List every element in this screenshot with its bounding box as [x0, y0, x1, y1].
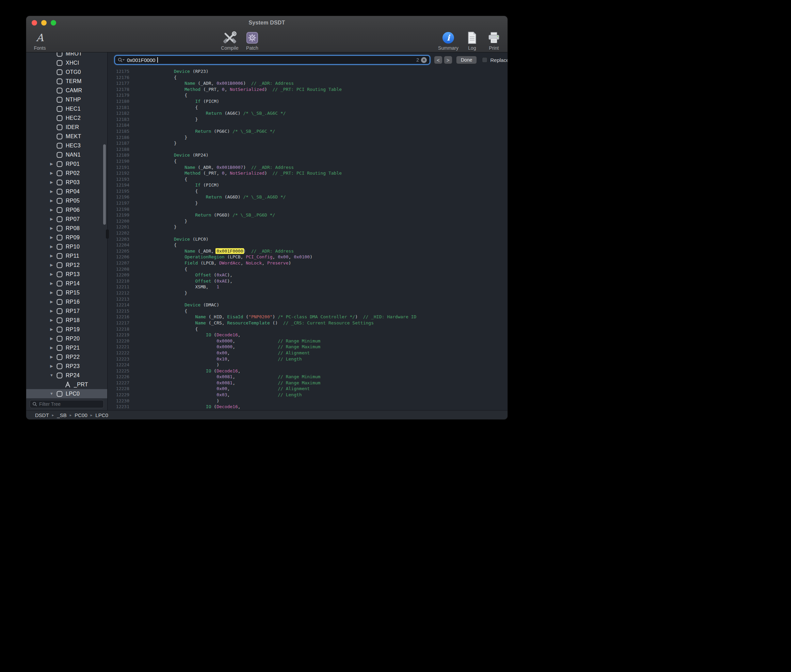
- sidebar-item-label: RP07: [66, 216, 80, 222]
- zoom-window-button[interactable]: [51, 20, 56, 26]
- breadcrumb-item-lpc0[interactable]: LPC0: [95, 412, 108, 418]
- line-number: 12214: [107, 302, 129, 308]
- compile-button[interactable]: Compile: [221, 30, 238, 51]
- patch-button[interactable]: Patch: [243, 30, 261, 51]
- sidebar-item-nan1[interactable]: NAN1: [26, 150, 107, 159]
- sidebar-item-rp18[interactable]: ▶RP18: [26, 315, 107, 325]
- sidebar-item-rp22[interactable]: ▶RP22: [26, 352, 107, 362]
- replace-checkbox[interactable]: [482, 57, 487, 62]
- disclosure-triangle[interactable]: ▶: [49, 199, 54, 203]
- next-match-button[interactable]: >: [444, 56, 452, 64]
- sidebar-item-rp12[interactable]: ▶RP12: [26, 261, 107, 270]
- device-icon: [56, 280, 63, 287]
- sidebar-item-term[interactable]: TERM: [26, 77, 107, 86]
- done-button[interactable]: Done: [456, 56, 477, 64]
- code-text: Offset (0xAC),: [129, 272, 232, 278]
- code-editor[interactable]: 12175 Device (RP23)12176 {12177 Name (_A…: [107, 67, 508, 410]
- disclosure-triangle[interactable]: ▶: [49, 282, 54, 285]
- disclosure-triangle[interactable]: ▶: [49, 181, 54, 184]
- sidebar-item-rp07[interactable]: ▶RP07: [26, 214, 107, 224]
- titlebar[interactable]: System DSDT: [26, 16, 508, 30]
- sidebar-scrollbar[interactable]: [103, 144, 106, 225]
- disclosure-triangle[interactable]: ▶: [49, 364, 54, 368]
- disclosure-triangle[interactable]: ▶: [49, 300, 54, 304]
- sidebar-item-rp10[interactable]: ▶RP10: [26, 242, 107, 251]
- sidebar-item-ider[interactable]: IDER: [26, 123, 107, 132]
- disclosure-triangle[interactable]: ▶: [49, 254, 54, 258]
- disclosure-triangle[interactable]: ▶: [49, 190, 54, 194]
- disclosure-triangle[interactable]: ▶: [49, 318, 54, 322]
- disclosure-triangle[interactable]: ▼: [49, 373, 54, 377]
- filter-tree-field[interactable]: [30, 400, 104, 408]
- sidebar-item-rp19[interactable]: ▶RP19: [26, 325, 107, 334]
- sidebar-item-rp14[interactable]: ▶RP14: [26, 279, 107, 288]
- clear-search-icon[interactable]: ✕: [421, 57, 427, 63]
- sidebar-item-rp16[interactable]: ▶RP16: [26, 297, 107, 306]
- minimize-window-button[interactable]: [41, 20, 46, 26]
- disclosure-triangle[interactable]: ▶: [49, 171, 54, 175]
- sidebar-item-hec2[interactable]: HEC2: [26, 114, 107, 123]
- sidebar-item-rp23[interactable]: ▶RP23: [26, 362, 107, 371]
- disclosure-triangle[interactable]: ▶: [49, 217, 54, 221]
- breadcrumb-item-pc00[interactable]: PC00: [75, 412, 88, 418]
- sidebar-item-nthp[interactable]: NTHP: [26, 95, 107, 104]
- fonts-button[interactable]: A Fonts: [31, 30, 49, 51]
- disclosure-triangle[interactable]: ▶: [49, 272, 54, 276]
- sidebar-item-rp17[interactable]: ▶RP17: [26, 306, 107, 315]
- device-icon: [56, 59, 63, 66]
- disclosure-triangle[interactable]: ▶: [49, 235, 54, 239]
- sidebar-item-rp03[interactable]: ▶RP03: [26, 178, 107, 187]
- disclosure-triangle[interactable]: ▶: [49, 355, 54, 359]
- device-icon: [56, 363, 63, 370]
- summary-button[interactable]: i Summary: [438, 30, 459, 51]
- close-window-button[interactable]: [32, 20, 37, 26]
- disclosure-triangle[interactable]: ▶: [49, 245, 54, 248]
- code-text: [129, 230, 142, 236]
- sidebar-item-rp08[interactable]: ▶RP08: [26, 224, 107, 233]
- previous-match-button[interactable]: <: [434, 56, 443, 64]
- sidebar-item-rp15[interactable]: ▶RP15: [26, 288, 107, 297]
- sidebar-item-rp01[interactable]: ▶RP01: [26, 159, 107, 168]
- sidebar-item-_prt[interactable]: _PRT: [26, 380, 107, 389]
- disclosure-triangle[interactable]: ▶: [49, 226, 54, 230]
- line-number: 12183: [107, 117, 129, 123]
- device-icon: [56, 142, 63, 149]
- sidebar-item-label: MROT: [66, 53, 82, 57]
- sidebar-item-hec1[interactable]: HEC1: [26, 104, 107, 114]
- sidebar-item-rp13[interactable]: ▶RP13: [26, 270, 107, 279]
- disclosure-triangle[interactable]: ▶: [49, 162, 54, 166]
- search-input[interactable]: 0x001F0000: [127, 57, 155, 63]
- print-button[interactable]: Print: [485, 30, 503, 51]
- sidebar-item-xhci[interactable]: XHCI: [26, 58, 107, 67]
- filter-tree-input[interactable]: [39, 402, 101, 407]
- sidebar-item-otg0[interactable]: OTG0: [26, 67, 107, 77]
- log-button[interactable]: Log: [463, 30, 481, 51]
- disclosure-triangle[interactable]: ▶: [49, 291, 54, 294]
- search-field[interactable]: 0x001F0000 2 ✕: [114, 55, 430, 65]
- sidebar-item-lpc0[interactable]: ▼LPC0: [26, 389, 107, 398]
- breadcrumb-item-dsdt[interactable]: DSDT: [35, 412, 49, 418]
- sidebar-item-hec3[interactable]: HEC3: [26, 141, 107, 150]
- sidebar-item-mrot[interactable]: MROT: [26, 53, 107, 58]
- disclosure-triangle[interactable]: ▶: [49, 346, 54, 350]
- sidebar-item-rp24[interactable]: ▼RP24: [26, 371, 107, 380]
- sidebar-item-rp09[interactable]: ▶RP09: [26, 233, 107, 242]
- sidebar-item-mekt[interactable]: MEKT: [26, 132, 107, 141]
- disclosure-triangle[interactable]: ▶: [49, 337, 54, 341]
- sidebar-item-rp21[interactable]: ▶RP21: [26, 343, 107, 352]
- sidebar-item-rp04[interactable]: ▶RP04: [26, 187, 107, 196]
- disclosure-triangle[interactable]: ▶: [49, 208, 54, 212]
- split-divider-handle[interactable]: [106, 229, 109, 238]
- breadcrumb-item-_sb[interactable]: _SB: [57, 412, 66, 418]
- disclosure-triangle[interactable]: ▶: [49, 309, 54, 313]
- sidebar-item-rp06[interactable]: ▶RP06: [26, 205, 107, 214]
- disclosure-triangle[interactable]: ▶: [49, 328, 54, 331]
- sidebar-item-label: HEC1: [66, 106, 81, 112]
- disclosure-triangle[interactable]: ▼: [49, 392, 54, 395]
- sidebar-item-rp20[interactable]: ▶RP20: [26, 334, 107, 343]
- disclosure-triangle[interactable]: ▶: [49, 263, 54, 267]
- sidebar-item-rp11[interactable]: ▶RP11: [26, 251, 107, 261]
- sidebar-item-camr[interactable]: CAMR: [26, 86, 107, 95]
- sidebar-item-rp05[interactable]: ▶RP05: [26, 196, 107, 205]
- sidebar-item-rp02[interactable]: ▶RP02: [26, 168, 107, 178]
